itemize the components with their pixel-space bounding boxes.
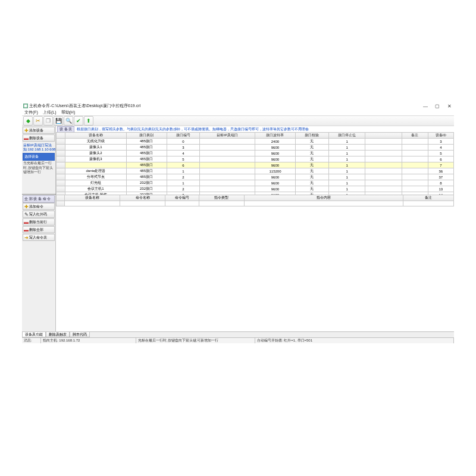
plus-icon: ✚ bbox=[24, 204, 29, 209]
device-col-header[interactable] bbox=[365, 133, 402, 139]
minus-icon: ▬ bbox=[24, 227, 29, 233]
device-col-header[interactable]: 备注 bbox=[402, 133, 428, 139]
title-bar: 主机命令库-C:\Users\西装王者\Desktop\厦门中控程序619.cr… bbox=[22, 102, 454, 109]
close-button[interactable]: ✕ bbox=[446, 104, 453, 109]
device-table-tag: 设 备 表 bbox=[57, 126, 74, 133]
command-col-header[interactable]: 命令编号 bbox=[165, 195, 199, 201]
table-row[interactable]: 485接口69600无17 bbox=[57, 162, 454, 168]
table-row[interactable]: dante处理器485接口1115200无136 bbox=[57, 168, 454, 174]
svg-rect-1 bbox=[24, 105, 27, 108]
write-ir-button[interactable]: ✎写入红外码 bbox=[23, 211, 55, 218]
delete-all-button[interactable]: ▬删除全部 bbox=[23, 226, 55, 233]
row-header bbox=[57, 201, 65, 206]
status-autonum: 自动编号开始值: 红外=1, 串口=501 bbox=[255, 338, 454, 343]
minus-icon: ▬ bbox=[24, 220, 29, 225]
row-header bbox=[57, 156, 65, 162]
command-col-header[interactable] bbox=[57, 195, 65, 201]
toolbar-check-icon[interactable]: ✔ bbox=[74, 116, 83, 126]
row-header bbox=[57, 180, 65, 186]
row-header bbox=[57, 151, 65, 156]
command-col-header[interactable]: 设备名称 bbox=[65, 195, 120, 201]
device-col-header[interactable]: 接口类别 bbox=[126, 133, 167, 139]
arrow-right-icon: ➜ bbox=[24, 235, 29, 240]
command-col-header[interactable]: 指令类型 bbox=[199, 195, 244, 201]
table-row[interactable]: 灯光组232接口19600无18 bbox=[57, 180, 454, 186]
maximize-button[interactable]: ▢ bbox=[434, 104, 441, 109]
row-header bbox=[57, 168, 65, 174]
toolbar-up-icon[interactable]: ⬆ bbox=[84, 116, 93, 126]
plus-icon: ✚ bbox=[24, 128, 29, 133]
import-commands-button[interactable]: ➜写入命令表 bbox=[23, 234, 55, 241]
window-title: 主机命令库-C:\Users\西装王者\Desktop\厦门中控程序619.cr… bbox=[29, 103, 422, 109]
menu-upload[interactable]: 上传(L) bbox=[43, 109, 57, 115]
table-row[interactable]: 分布式节点485接口29600无137 bbox=[57, 174, 454, 180]
cursor-hint-note: 当光标在最后一行时,按键盘向下箭头键增加一行 bbox=[23, 161, 55, 175]
command-col-header[interactable]: 指令内容 bbox=[244, 195, 403, 201]
row-header bbox=[57, 145, 65, 151]
selected-device-header: 选择设备 bbox=[23, 153, 55, 161]
table-row[interactable]: 摄像机3485接口59600无16 bbox=[57, 156, 454, 162]
delete-row-button[interactable]: ▬删除当前行 bbox=[23, 218, 55, 226]
pencil-icon: ✎ bbox=[24, 212, 29, 217]
row-header bbox=[57, 139, 65, 145]
toolbar-copy-icon[interactable]: ❐ bbox=[43, 116, 53, 126]
toolbar-save-icon[interactable]: 💾 bbox=[54, 116, 63, 126]
toolbar: ◆ ✂ ❐ 💾 🔍 ✔ ⬆ bbox=[22, 115, 454, 126]
toolbar-add-icon[interactable]: ◆ bbox=[23, 116, 33, 126]
status-bar: 消息: 指向主机: 192.168.1.72 光标在最后一行时,按键盘向下箭头键… bbox=[22, 337, 454, 343]
add-command-button[interactable]: ✚添加命令 bbox=[23, 203, 55, 210]
table-row[interactable]: 会议主机1232接口29600无113 bbox=[57, 186, 454, 192]
add-device-button[interactable]: ✚添加设备 bbox=[23, 127, 55, 134]
row-header bbox=[57, 162, 65, 168]
device-col-header[interactable]: 目标IP及端口 bbox=[200, 133, 255, 139]
device-col-header[interactable]: 接口停止位 bbox=[328, 133, 365, 139]
table-row[interactable]: 摄像头2485接口49600无15 bbox=[57, 151, 454, 156]
ip-port-hint-link[interactable]: 目标IP及端口写法如:192.168.1.10:608 bbox=[23, 142, 55, 153]
minus-icon: ▬ bbox=[24, 136, 29, 141]
toolbar-cut-icon[interactable]: ✂ bbox=[33, 116, 43, 126]
device-col-header[interactable]: 接口校验 bbox=[295, 133, 328, 139]
tab-device-function[interactable]: 设备及功能 bbox=[22, 332, 46, 337]
menu-help[interactable]: 帮助(H) bbox=[61, 109, 76, 115]
menu-bar: 文件(F) 上传(L) 帮助(H) bbox=[22, 109, 454, 115]
row-header bbox=[57, 174, 65, 180]
device-col-header[interactable] bbox=[57, 133, 65, 139]
command-col-header[interactable]: 备注 bbox=[403, 195, 454, 201]
device-table[interactable]: 设备名称接口类别接口编号目标IP及端口接口波特率接口校验接口停止位备注设备ID … bbox=[56, 132, 454, 198]
table-row[interactable]: 摄像头1485接口39600无14 bbox=[57, 145, 454, 151]
minimize-button[interactable]: — bbox=[422, 104, 429, 109]
bottom-tabs: 设备及功能 删除及触发 脚本代码 bbox=[22, 331, 454, 337]
all-commands-header: 全 部 设 备 命 令 bbox=[23, 195, 55, 203]
command-col-header[interactable]: 命令名称 bbox=[120, 195, 165, 201]
status-msg-label: 消息: bbox=[22, 338, 41, 343]
device-col-header[interactable]: 接口编号 bbox=[167, 133, 200, 139]
app-icon bbox=[23, 104, 28, 108]
row-header bbox=[57, 186, 65, 192]
table-row[interactable]: 无线化升级485接口02400无13 bbox=[57, 139, 454, 145]
device-col-header[interactable]: 接口波特率 bbox=[255, 133, 295, 139]
command-table[interactable]: 设备名称命令名称命令编号指令类型指令内容备注 bbox=[56, 195, 454, 206]
device-table-hint: 设 备 表 根据接口类别，填写相关参数。与类别无关的类别无关的参数(例0，可不填… bbox=[56, 126, 454, 132]
toolbar-find-icon[interactable]: 🔍 bbox=[64, 116, 73, 126]
device-col-header[interactable]: 设备ID bbox=[428, 133, 453, 139]
device-table-hint-text: 根据接口类别，填写相关参数。与类别无关的类别无关的参数(例0，可不填或随便填。如… bbox=[77, 127, 308, 132]
command-side-panel: 全 部 设 备 命 令 ✚添加命令 ✎写入红外码 ▬删除当前行 ▬删除全部 ➜写… bbox=[22, 195, 56, 331]
tab-delete-trigger[interactable]: 删除及触发 bbox=[46, 332, 70, 337]
menu-file[interactable]: 文件(F) bbox=[24, 109, 38, 115]
device-side-panel: ✚添加设备 ▬删除设备 目标IP及端口写法如:192.168.1.10:608 … bbox=[22, 126, 56, 194]
status-host: 指向主机: 192.168.1.72 bbox=[41, 338, 136, 343]
device-col-header[interactable]: 设备名称 bbox=[65, 133, 126, 139]
delete-device-button[interactable]: ▬删除设备 bbox=[23, 134, 55, 142]
tab-script-code[interactable]: 脚本代码 bbox=[70, 332, 90, 337]
status-hint: 光标在最后一行时,按键盘向下箭头键,可新增加一行 bbox=[136, 338, 255, 343]
